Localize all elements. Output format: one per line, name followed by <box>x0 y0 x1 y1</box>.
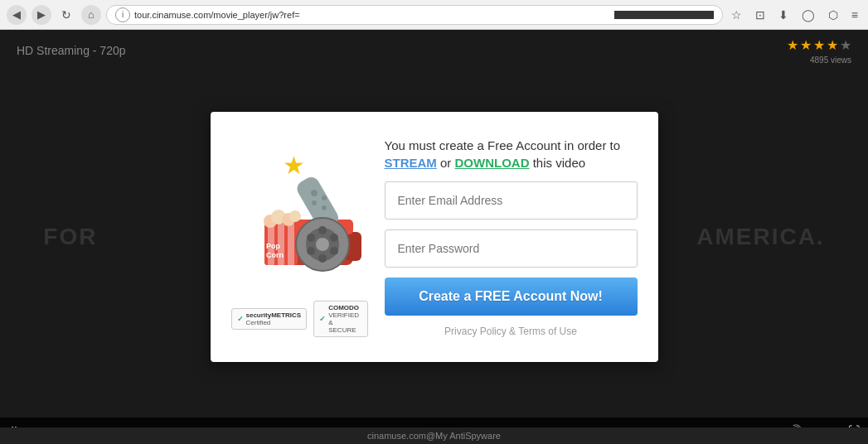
info-button[interactable]: i <box>115 7 130 22</box>
reading-view-button[interactable]: ⊡ <box>752 7 769 23</box>
browser-toolbar: ☆ ⊡ ⬇ ◯ ⬡ ≡ <box>728 7 861 23</box>
modal-title: You must create a Free Account in order … <box>385 137 638 171</box>
badge2-sub: VERIFIED & SECURE <box>328 311 361 334</box>
security-metrics-badge: ✓ securityMETRICS Certified <box>231 308 308 330</box>
signup-modal: ★ Pop Corn <box>211 112 658 362</box>
modal-left: ★ Pop Corn <box>231 137 368 337</box>
home-button[interactable]: ⌂ <box>81 5 101 25</box>
menu-button[interactable]: ≡ <box>848 7 861 23</box>
svg-point-28 <box>307 234 315 242</box>
password-input[interactable] <box>385 229 638 268</box>
badge2-check: ✓ <box>319 315 326 323</box>
svg-point-23 <box>318 226 327 234</box>
svg-point-19 <box>289 210 301 222</box>
address-bar[interactable]: i tour.cinamuse.com/movie_player/jw?ref= <box>106 5 723 25</box>
svg-text:★: ★ <box>283 152 305 179</box>
svg-point-24 <box>330 247 338 255</box>
download-link[interactable]: DOWNLOAD <box>455 156 530 170</box>
privacy-policy-link[interactable]: Privacy Policy <box>444 326 507 337</box>
modal-title-text: You must create a Free Account in order … <box>385 138 621 152</box>
svg-text:Corn: Corn <box>266 251 284 259</box>
reload-button[interactable]: ↻ <box>56 5 76 25</box>
svg-point-8 <box>312 200 317 205</box>
url-text: tour.cinamuse.com/movie_player/jw?ref= <box>134 10 610 20</box>
forward-button[interactable]: ▶ <box>32 5 51 25</box>
browser-chrome: ◀ ▶ ↻ ⌂ i tour.cinamuse.com/movie_player… <box>0 0 868 30</box>
terms-link[interactable]: Terms of Use <box>518 326 577 337</box>
bookmark-button[interactable]: ☆ <box>728 7 745 23</box>
suffix-text: this video <box>530 156 586 170</box>
svg-point-26 <box>318 254 327 263</box>
comodo-badge: ✓ COMODO VERIFIED & SECURE <box>313 301 367 337</box>
or-text: or <box>437 156 455 170</box>
svg-rect-13 <box>288 224 294 265</box>
email-input[interactable] <box>385 181 638 220</box>
svg-point-9 <box>322 205 327 210</box>
svg-point-6 <box>311 190 318 196</box>
and-text: & <box>507 326 518 337</box>
download-button[interactable]: ⬇ <box>775 7 792 23</box>
privacy-links: Privacy Policy & Terms of Use <box>385 326 638 337</box>
svg-text:Pop: Pop <box>266 242 281 250</box>
modal-right: You must create a Free Account in order … <box>385 137 638 337</box>
modal-overlay: ★ Pop Corn <box>0 30 868 444</box>
stream-link[interactable]: STREAM <box>385 156 437 170</box>
video-area: HD Streaming - 720p ★ ★ ★ ★ ★ 4895 views… <box>0 30 868 444</box>
security-badges: ✓ securityMETRICS Certified ✓ COMODO VER… <box>231 301 368 337</box>
svg-point-27 <box>330 234 338 242</box>
svg-point-25 <box>307 247 315 255</box>
url-redacted <box>614 11 714 19</box>
svg-point-7 <box>322 195 327 200</box>
create-account-button[interactable]: Create a FREE Account Now! <box>385 278 638 316</box>
badge2-label: COMODO <box>328 304 361 311</box>
modal-illustration: ★ Pop Corn <box>233 137 366 282</box>
svg-point-22 <box>316 238 329 251</box>
badge1-sub: Certified <box>246 319 302 326</box>
back-button[interactable]: ◀ <box>7 5 27 25</box>
badge1-label: securityMETRICS <box>246 311 302 319</box>
user-button[interactable]: ◯ <box>798 7 818 23</box>
badge1-check: ✓ <box>237 315 244 323</box>
pocket-button[interactable]: ⬡ <box>825 7 841 23</box>
